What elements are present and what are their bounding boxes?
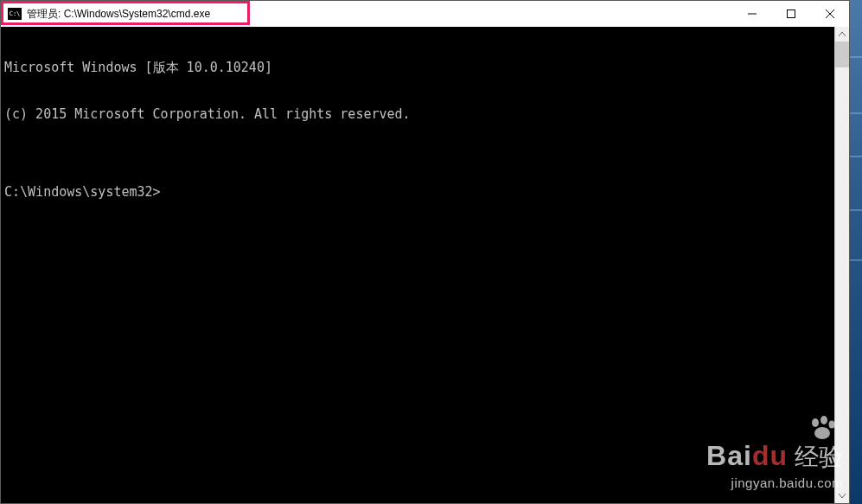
cmd-window: 管理员: C:\Windows\System32\cmd.exe (0, 0, 850, 504)
edge-segment (850, 56, 862, 58)
desktop-background-edge (850, 0, 862, 504)
edge-segment (850, 112, 862, 114)
window-controls (732, 1, 849, 27)
edge-segment (850, 259, 862, 261)
cmd-icon (8, 8, 22, 20)
terminal-output-line: Microsoft Windows [版本 10.0.10240] (4, 60, 831, 75)
terminal-area[interactable]: Microsoft Windows [版本 10.0.10240] (c) 20… (1, 27, 849, 503)
scroll-up-button[interactable] (835, 27, 849, 41)
window-title: 管理员: C:\Windows\System32\cmd.exe (27, 7, 210, 22)
edge-segment (850, 209, 862, 211)
vertical-scrollbar[interactable] (834, 27, 849, 503)
edge-segment (850, 156, 862, 157)
minimize-button[interactable] (732, 1, 771, 27)
titlebar[interactable]: 管理员: C:\Windows\System32\cmd.exe (1, 1, 849, 27)
terminal-prompt: C:\Windows\system32> (4, 184, 831, 200)
maximize-button[interactable] (771, 1, 810, 27)
chevron-down-icon (839, 494, 846, 498)
minimize-icon (748, 10, 757, 18)
svg-rect-1 (787, 10, 795, 18)
terminal-content[interactable]: Microsoft Windows [版本 10.0.10240] (c) 20… (1, 27, 834, 503)
close-icon (826, 10, 834, 18)
close-button[interactable] (810, 1, 849, 27)
terminal-output-line: (c) 2015 Microsoft Corporation. All righ… (4, 106, 831, 122)
maximize-icon (787, 10, 795, 18)
chevron-up-icon (839, 32, 846, 36)
scroll-thumb[interactable] (835, 41, 849, 67)
scroll-down-button[interactable] (835, 488, 849, 503)
